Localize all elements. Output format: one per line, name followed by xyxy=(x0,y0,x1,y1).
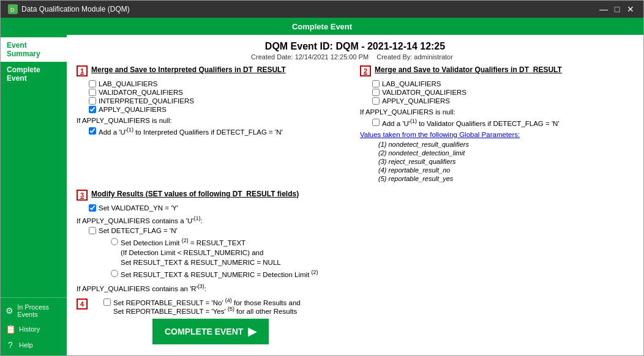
section1-title: 1 Merge and Save to Interpreted Qualifie… xyxy=(77,65,350,76)
app-title: Data Qualification Module (DQM) xyxy=(21,5,130,13)
section1-add-u: Add a 'U'(1) to Interpreted Qualifiers i… xyxy=(89,127,350,136)
radio-result-text-input[interactable] xyxy=(111,270,118,277)
sidebar-item-in-process[interactable]: ⚙ In Process Events xyxy=(1,300,67,321)
app-icon: D xyxy=(8,4,18,14)
section2-cb-lab: LAB_QUALIFIERS xyxy=(372,80,634,87)
sidebar-item-event-summary[interactable]: Event Summary xyxy=(1,37,67,62)
cb-lab-qualifiers-2[interactable] xyxy=(372,80,380,87)
sidebar-item-complete-event[interactable]: Complete Event xyxy=(1,62,67,86)
section3: 3 Modify Results (SET values of followin… xyxy=(77,190,634,292)
cb-detect-flag[interactable] xyxy=(89,227,96,234)
history-icon: 📋 xyxy=(6,324,15,334)
global-param-2: (2) nondetect_detection_limit xyxy=(378,149,634,157)
radio-group: Set Detection Limit (2) = RESULT_TEXT(If… xyxy=(111,237,634,280)
cb-set-validated[interactable] xyxy=(89,204,96,212)
section4: 4 Set REPORTABLE_RESULT = 'No' (4) for t… xyxy=(77,297,634,345)
section1-cb-validator: VALIDATOR_QUALIFIERS xyxy=(89,89,350,96)
global-params-title: Values taken from the following Global P… xyxy=(360,131,634,138)
title-bar: D Data Qualification Module (DQM) — □ ✕ xyxy=(1,1,643,18)
sidebar-item-history[interactable]: 📋 History xyxy=(1,321,67,337)
badge-1: 1 xyxy=(77,65,88,76)
event-header: DQM Event ID: DQM - 2021-12-14 12:25 Cre… xyxy=(77,41,634,61)
cb-add-u-validator[interactable] xyxy=(372,119,380,126)
global-param-5: (5) reportable_result_yes xyxy=(378,175,634,182)
badge-4: 4 xyxy=(77,299,88,310)
event-meta: Created Date: 12/14/2021 12:25:00 PM Cre… xyxy=(77,53,634,61)
reportable-row: Set REPORTABLE_RESULT = 'No' (4) for tho… xyxy=(103,297,301,316)
section1-cb-apply: APPLY_QUALIFIERS xyxy=(89,106,350,113)
global-params: Values taken from the following Global P… xyxy=(360,131,634,182)
two-column-layout: 1 Merge and Save to Interpreted Qualifie… xyxy=(77,65,634,184)
cb-apply-qualifiers-1[interactable] xyxy=(89,106,96,113)
complete-event-arrow-icon: ▶ xyxy=(248,325,256,338)
content-area: Event Summary Complete Event ⚙ In Proces… xyxy=(1,35,643,355)
section1-cb-lab: LAB_QUALIFIERS xyxy=(89,80,350,87)
section3-title: 3 Modify Results (SET values of followin… xyxy=(77,190,634,201)
svg-text:D: D xyxy=(10,7,15,13)
maximize-button[interactable]: □ xyxy=(612,4,623,15)
complete-event-button[interactable]: COMPLETE EVENT ▶ xyxy=(152,319,269,344)
menu-bar-title: Complete Event xyxy=(292,22,352,31)
global-param-4: (4) reportable_result_no xyxy=(378,166,634,174)
event-id: DQM Event ID: DQM - 2021-12-14 12:25 xyxy=(77,41,634,52)
main-content: DQM Event ID: DQM - 2021-12-14 12:25 Cre… xyxy=(67,35,643,355)
detect-group: Set DETECT_FLAG = 'N' Set Detection Limi… xyxy=(89,227,634,280)
section2: 2 Merge and Save to Validator Qualifiers… xyxy=(360,65,634,184)
sidebar-bottom: ⚙ In Process Events 📋 History ? Help xyxy=(1,297,67,355)
cb-reportable-result[interactable] xyxy=(103,299,111,306)
title-bar-controls: — □ ✕ xyxy=(598,4,636,15)
section3-set-validated: Set VALIDATED_YN = 'Y' xyxy=(89,204,634,212)
event-created-date: Created Date: 12/14/2021 12:25:00 PM xyxy=(251,53,369,61)
minimize-button[interactable]: — xyxy=(598,4,609,15)
section2-title: 2 Merge and Save to Validator Qualifiers… xyxy=(360,65,634,76)
radio-result-text: Set RESULT_TEXT & RESULT_NUMERIC = Detec… xyxy=(111,269,634,280)
section2-add-u: Add a 'U'(1) to Validator Qualifiers if … xyxy=(372,118,634,127)
section2-condition: If APPLY_QUALIFIERS is null: xyxy=(360,108,634,116)
badge-2: 2 xyxy=(360,65,371,76)
cb-interpreted-qualifiers-1[interactable] xyxy=(89,97,96,105)
sidebar-item-help[interactable]: ? Help xyxy=(1,337,67,353)
section3-if-apply-r: If APPLY_QUALIFIERS contains an 'R'(3): xyxy=(77,283,634,292)
global-param-1: (1) nondetect_result_qualifiers xyxy=(378,141,634,148)
cb-lab-qualifiers-1[interactable] xyxy=(89,80,96,87)
section1-condition: If APPLY_QUALIFIERS is null: xyxy=(77,117,350,124)
section2-checkboxes: LAB_QUALIFIERS VALIDATOR_QUALIFIERS APPL… xyxy=(372,80,634,105)
sidebar: Event Summary Complete Event ⚙ In Proces… xyxy=(1,35,67,355)
section2-cb-validator: VALIDATOR_QUALIFIERS xyxy=(372,89,634,96)
help-icon: ? xyxy=(6,340,15,350)
in-process-icon: ⚙ xyxy=(6,306,13,316)
event-created-by: Created By: administrator xyxy=(376,53,453,61)
menu-bar: Complete Event xyxy=(1,18,643,35)
cb-validator-qualifiers-2[interactable] xyxy=(372,89,380,96)
section4-content: Set REPORTABLE_RESULT = 'No' (4) for tho… xyxy=(91,297,301,345)
global-params-list: (1) nondetect_result_qualifiers (2) nond… xyxy=(378,141,634,182)
badge-3: 3 xyxy=(77,190,88,201)
title-bar-left: D Data Qualification Module (DQM) xyxy=(8,4,130,14)
radio-detection-limit: Set Detection Limit (2) = RESULT_TEXT(If… xyxy=(111,237,634,267)
section2-cb-apply: APPLY_QUALIFIERS xyxy=(372,97,634,105)
cb-validator-qualifiers-1[interactable] xyxy=(89,89,96,96)
section1-cb-interpreted: INTERPRETED_QUALIFIERS xyxy=(89,97,350,105)
section1: 1 Merge and Save to Interpreted Qualifie… xyxy=(77,65,350,184)
main-window: D Data Qualification Module (DQM) — □ ✕ … xyxy=(0,0,644,356)
cb-apply-qualifiers-2[interactable] xyxy=(372,97,380,105)
radio-detection-limit-input[interactable] xyxy=(111,238,118,245)
section1-checkboxes: LAB_QUALIFIERS VALIDATOR_QUALIFIERS INTE… xyxy=(89,80,350,113)
detect-flag-checkbox: Set DETECT_FLAG = 'N' xyxy=(89,227,634,234)
global-param-3: (3) reject_result_qualifiers xyxy=(378,158,634,165)
cb-add-u-interpreted[interactable] xyxy=(89,127,96,135)
close-button[interactable]: ✕ xyxy=(625,4,636,15)
section3-if-apply-u: If APPLY_QUALIFIERS contains a 'U'(1): xyxy=(77,215,634,224)
